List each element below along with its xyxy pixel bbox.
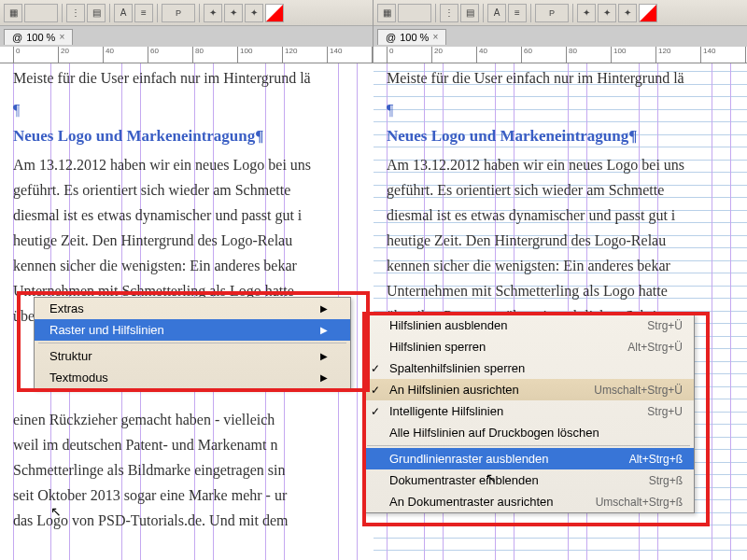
text-line: geführt. Es orientiert sich wieder am Sc… [13, 177, 374, 203]
tab-bar: @ 100 % × [0, 26, 373, 47]
text-line: geführt. Es orientiert sich wieder am Sc… [387, 177, 747, 203]
tb-btn[interactable]: ✦ [598, 4, 616, 22]
tb-btn[interactable]: A [114, 4, 133, 22]
text-line: seit Oktober 2013 sogar eine Marke mehr … [13, 483, 374, 508]
zoom-tab[interactable]: @ 100 % × [4, 29, 73, 45]
text-line: das Logo von PSD-Tutorials.de. Und mit d… [13, 508, 374, 533]
tb-btn[interactable]: A [487, 4, 506, 22]
text-line: heutige Zeit. Den Hintergrund des Logo-R… [387, 228, 747, 253]
tb-field[interactable] [24, 4, 58, 22]
arrow-icon: ▶ [320, 372, 328, 383]
text-line: diesmal ist es etwas dynamischer und pas… [13, 203, 374, 228]
sub-hilfslinien-sperren[interactable]: Hilfslinien sperrenAlt+Strg+Ü [363, 336, 694, 357]
heading: Neues Logo und Markeneintragung¶ [13, 123, 374, 148]
toolbar-left: ▦ ⋮ ▤ A ≡ P ✦ ✦ ✦ [0, 0, 373, 26]
tb-btn[interactable]: ⋮ [440, 4, 458, 22]
text-line: einen Rückzieher gemacht haben - viellei… [13, 407, 374, 432]
context-menu: Extras▶ Raster und Hilfslinien▶ Struktur… [34, 297, 351, 389]
sub-an-dokumentraster-ausrichten[interactable]: An Dokumentraster ausrichtenUmschalt+Str… [363, 491, 694, 512]
tb-btn[interactable]: ▤ [87, 4, 106, 22]
close-icon[interactable]: × [432, 32, 438, 42]
check-icon: ✓ [371, 405, 380, 418]
tb-btn[interactable]: ≡ [134, 4, 153, 22]
text-line: kennen sicher die wenigsten: Ein anderes… [13, 253, 374, 278]
sub-intelligente-hilfslinien[interactable]: ✓Intelligente HilfslinienStrg+U [363, 400, 694, 422]
tb-btn[interactable]: P [535, 4, 569, 22]
sub-grundlinienraster-ausblenden[interactable]: Grundlinienraster ausblendenAlt+Strg+ß [363, 448, 694, 469]
arrow-icon: ▶ [320, 303, 328, 314]
text-line: weil im deutschen Patent- und Markenamt … [13, 432, 374, 457]
toolbar-right: ▦ ⋮ ▤ A ≡ P ✦ ✦ ✦ [374, 0, 747, 26]
text-line: Am 13.12.2012 haben wir ein neues Logo b… [387, 152, 747, 177]
text-line: Meiste für die User einfach nur im Hinte… [13, 65, 374, 91]
menu-struktur[interactable]: Struktur▶ [35, 345, 350, 367]
text-line: diesmal ist es etwas dynamischer und pas… [387, 203, 747, 228]
sub-hilfslinien-ausblenden[interactable]: Hilfslinien ausblendenStrg+Ü [363, 315, 694, 336]
tb-btn[interactable] [639, 4, 657, 22]
check-icon: ✓ [371, 384, 380, 397]
ruler: 020406080100120140160 [374, 47, 747, 63]
zoom-value: 100 % [400, 32, 429, 43]
menu-raster-hilfslinien[interactable]: Raster und Hilfslinien▶ [35, 319, 350, 341]
para-mark-icon: ¶ [13, 97, 374, 122]
tb-btn[interactable]: ✦ [577, 4, 596, 22]
tb-btn[interactable] [265, 4, 284, 22]
text-line: Unternehmen mit Schmetterling als Logo h… [387, 278, 747, 303]
tb-btn[interactable]: ✦ [245, 4, 263, 22]
text-line: Schmetterlinge als Bildmarke eingetragen… [13, 457, 374, 483]
zoom-tab[interactable]: @ 100 % × [377, 29, 446, 45]
tb-btn[interactable]: ✦ [224, 4, 243, 22]
text-line: heutige Zeit. Den Hintergrund des Logo-R… [13, 228, 374, 253]
tb-btn[interactable]: P [162, 4, 195, 22]
arrow-icon: ▶ [320, 325, 328, 335]
tab-bar: @ 100 % × [374, 26, 747, 47]
left-panel: ▦ ⋮ ▤ A ≡ P ✦ ✦ ✦ @ 100 % × 020406080100… [0, 0, 374, 560]
heading: Neues Logo und Markeneintragung¶ [387, 123, 747, 148]
menu-extras[interactable]: Extras▶ [35, 298, 350, 319]
check-icon: ✓ [371, 362, 380, 375]
para-mark-icon: ¶ [387, 97, 747, 122]
ruler: 020406080100120140160 [0, 47, 373, 63]
arrow-icon: ▶ [320, 351, 328, 361]
menu-separator [38, 343, 346, 343]
submenu-raster: Hilfslinien ausblendenStrg+Ü Hilfslinien… [362, 314, 695, 513]
zoom-value: 100 % [26, 32, 55, 43]
sub-alle-hilfslinien-loeschen[interactable]: Alle Hilfslinien auf Druckbogen löschen [363, 422, 694, 443]
text-line: Meiste für die User einfach nur im Hinte… [387, 65, 747, 91]
menu-textmodus[interactable]: Textmodus▶ [35, 367, 350, 388]
tb-btn[interactable]: ⋮ [66, 4, 85, 22]
tb-btn[interactable]: ▤ [460, 4, 479, 22]
tb-btn[interactable]: ≡ [508, 4, 527, 22]
tb-btn[interactable]: ▦ [4, 4, 22, 22]
sub-spaltenhilfslinien-sperren[interactable]: ✓Spaltenhilfslinien sperren [363, 357, 694, 379]
close-icon[interactable]: × [59, 32, 64, 42]
sub-an-hilfslinien-ausrichten[interactable]: ✓An Hilfslinien ausrichtenUmschalt+Strg+… [363, 379, 694, 400]
sub-dokumentraster-einblenden[interactable]: Dokumentraster einblendenStrg+ß [363, 469, 694, 491]
tb-field[interactable] [398, 4, 431, 22]
menu-separator [367, 445, 690, 446]
text-line: Am 13.12.2012 haben wir ein neues Logo b… [13, 152, 374, 177]
tb-btn[interactable]: ✦ [618, 4, 637, 22]
tb-btn[interactable]: ✦ [204, 4, 222, 22]
tb-btn[interactable]: ▦ [377, 4, 396, 22]
text-line: kennen sicher die wenigsten: Ein anderes… [387, 253, 747, 278]
